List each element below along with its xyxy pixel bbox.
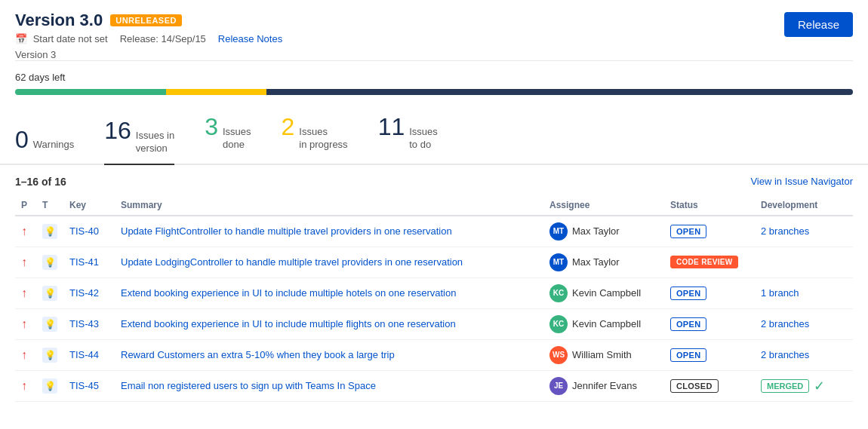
warnings-label: Warnings bbox=[33, 139, 74, 152]
issue-key[interactable]: TIS-41 bbox=[69, 256, 99, 268]
col-header-summary: Summary bbox=[115, 195, 543, 216]
issue-key[interactable]: TIS-44 bbox=[69, 349, 99, 360]
status-badge: OPEN bbox=[670, 225, 706, 238]
issue-key[interactable]: TIS-42 bbox=[69, 287, 99, 299]
view-in-navigator-link[interactable]: View in Issue Navigator bbox=[750, 176, 853, 187]
progress-todo bbox=[266, 89, 853, 95]
version-title: Version 3.0 bbox=[15, 11, 103, 30]
table-row: ↑💡TIS-43Extend booking experience in UI … bbox=[15, 308, 853, 339]
status-badge: OPEN bbox=[670, 317, 706, 331]
calendar-icon: 📅 bbox=[15, 33, 27, 44]
table-row: ↑💡TIS-40Update FlightController to handl… bbox=[15, 216, 853, 247]
col-header-status: Status bbox=[664, 195, 755, 216]
col-header-development: Development bbox=[755, 195, 853, 216]
issues-version-label: Issues inversion bbox=[136, 130, 174, 155]
dev-branches-link[interactable]: 1 branch bbox=[761, 287, 799, 299]
issue-summary[interactable]: Extend booking experience in UI to inclu… bbox=[121, 318, 456, 329]
release-date: Release: 14/Sep/15 bbox=[120, 33, 206, 44]
version-sub: Version 3 bbox=[15, 49, 282, 60]
avatar: WS bbox=[549, 346, 568, 364]
issues-done-label: Issuesdone bbox=[223, 126, 251, 152]
avatar: KC bbox=[549, 315, 568, 333]
issues-count: 1–16 of 16 bbox=[15, 176, 66, 188]
table-row: ↑💡TIS-41Update LodgingController to hand… bbox=[15, 247, 853, 277]
priority-icon: ↑ bbox=[21, 256, 27, 268]
assignee-cell: KC Kevin Campbell bbox=[549, 284, 658, 302]
issues-todo-number: 11 bbox=[378, 115, 405, 139]
issue-summary[interactable]: Update FlightController to handle multip… bbox=[121, 225, 452, 237]
stat-issues-todo[interactable]: 11 Issuesto do bbox=[378, 115, 438, 155]
type-icon: 💡 bbox=[42, 348, 57, 363]
type-icon: 💡 bbox=[42, 286, 57, 301]
avatar: MT bbox=[549, 222, 568, 241]
col-header-assignee: Assignee bbox=[543, 195, 664, 216]
type-icon: 💡 bbox=[42, 224, 57, 239]
release-button[interactable]: Release bbox=[784, 12, 853, 37]
dev-branches-link[interactable]: 2 branches bbox=[761, 349, 809, 360]
progress-done bbox=[15, 89, 166, 95]
start-date: 📅 Start date not set bbox=[15, 33, 108, 44]
dev-branches-link[interactable]: 2 branches bbox=[761, 318, 809, 329]
stat-issues-version[interactable]: 16 Issues inversion bbox=[104, 118, 174, 165]
assignee-name: Kevin Campbell bbox=[572, 318, 641, 329]
unreleased-badge: UNRELEASED bbox=[110, 14, 182, 26]
stat-issues-progress[interactable]: 2 Issuesin progress bbox=[282, 115, 348, 155]
issues-todo-label: Issuesto do bbox=[409, 126, 438, 152]
stat-warnings: 0 Warnings bbox=[15, 127, 74, 155]
merged-badge: MERGED bbox=[761, 379, 809, 393]
type-icon: 💡 bbox=[42, 317, 57, 332]
type-icon: 💡 bbox=[42, 378, 57, 394]
priority-icon: ↑ bbox=[21, 348, 27, 361]
assignee-name: Jennifer Evans bbox=[572, 380, 637, 391]
type-icon: 💡 bbox=[42, 255, 57, 270]
issues-progress-number: 2 bbox=[282, 115, 295, 139]
avatar: JE bbox=[549, 377, 568, 395]
priority-icon: ↑ bbox=[21, 379, 27, 392]
issue-key[interactable]: TIS-45 bbox=[69, 380, 99, 391]
status-badge: CODE REVIEW bbox=[670, 256, 738, 268]
assignee-cell: MT Max Taylor bbox=[549, 253, 658, 271]
issues-header: 1–16 of 16 View in Issue Navigator bbox=[15, 176, 853, 188]
warnings-number: 0 bbox=[15, 127, 29, 152]
table-row: ↑💡TIS-42Extend booking experience in UI … bbox=[15, 277, 853, 308]
table-row: ↑💡TIS-44Reward Customers an extra 5-10% … bbox=[15, 339, 853, 370]
dev-cell: MERGED ✓ bbox=[761, 378, 847, 394]
assignee-cell: JE Jennifer Evans bbox=[549, 377, 658, 395]
issues-progress-label: Issuesin progress bbox=[299, 126, 347, 152]
issue-summary[interactable]: Extend booking experience in UI to inclu… bbox=[121, 287, 456, 299]
issue-key[interactable]: TIS-43 bbox=[69, 318, 99, 329]
issues-section: 1–16 of 16 View in Issue Navigator P T K… bbox=[0, 165, 868, 402]
issues-table: P T Key Summary Assignee Status Developm… bbox=[15, 195, 853, 402]
assignee-cell: KC Kevin Campbell bbox=[549, 315, 658, 333]
assignee-name: Max Taylor bbox=[572, 256, 620, 268]
progress-section: 62 days left bbox=[0, 61, 868, 103]
issues-version-number: 16 bbox=[104, 118, 131, 142]
check-icon: ✓ bbox=[814, 378, 825, 394]
release-notes-link[interactable]: Release Notes bbox=[218, 33, 282, 44]
assignee-cell: WS William Smith bbox=[549, 346, 658, 364]
issue-key[interactable]: TIS-40 bbox=[69, 225, 99, 237]
col-header-key: Key bbox=[63, 195, 115, 216]
table-header-row: P T Key Summary Assignee Status Developm… bbox=[15, 195, 853, 216]
assignee-name: Kevin Campbell bbox=[572, 287, 641, 299]
stat-issues-done[interactable]: 3 Issuesdone bbox=[205, 115, 251, 155]
progress-bar bbox=[15, 89, 853, 95]
issue-summary[interactable]: Email non registered users to sign up wi… bbox=[121, 380, 376, 391]
avatar: KC bbox=[549, 284, 568, 302]
issue-summary[interactable]: Reward Customers an extra 5-10% when the… bbox=[121, 349, 395, 360]
status-badge: CLOSED bbox=[670, 379, 719, 393]
dev-branches-link[interactable]: 2 branches bbox=[761, 225, 809, 237]
days-left: 62 days left bbox=[15, 72, 853, 83]
issue-summary[interactable]: Update LodgingController to handle multi… bbox=[121, 256, 463, 268]
avatar: MT bbox=[549, 253, 568, 271]
title-area: Version 3.0 UNRELEASED 📅 Start date not … bbox=[15, 11, 282, 60]
assignee-name: William Smith bbox=[572, 349, 632, 360]
assignee-name: Max Taylor bbox=[572, 225, 620, 237]
priority-icon: ↑ bbox=[21, 317, 27, 330]
col-header-p: P bbox=[15, 195, 36, 216]
priority-icon: ↑ bbox=[21, 287, 27, 299]
priority-icon: ↑ bbox=[21, 225, 27, 237]
col-header-t: T bbox=[36, 195, 63, 216]
issues-done-number: 3 bbox=[205, 115, 218, 139]
status-badge: OPEN bbox=[670, 287, 706, 300]
